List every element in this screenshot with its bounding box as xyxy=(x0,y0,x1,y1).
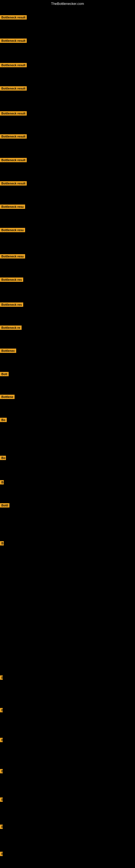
bottleneck-badge: Bottleneck result xyxy=(0,38,27,43)
bottleneck-badge: B xyxy=(0,852,3,856)
bottleneck-badge: B xyxy=(0,708,3,712)
bottleneck-badge: Bottleneck result xyxy=(0,158,27,162)
bottleneck-badge: B xyxy=(0,825,3,829)
bottleneck-badge: Bottleneck result xyxy=(0,63,27,67)
bottleneck-badge: Bottlenec xyxy=(0,348,16,353)
bottleneck-badge: B xyxy=(0,738,3,742)
bottleneck-badge: B xyxy=(0,541,4,546)
bottleneck-badge: Bottleneck result xyxy=(0,181,27,186)
bottleneck-badge: Bottleneck result xyxy=(0,111,27,116)
bottleneck-badge: Bottleneck re xyxy=(0,326,21,330)
bottleneck-badge: Bottleneck res xyxy=(0,278,23,282)
bottleneck-badge: Bottleneck result xyxy=(0,134,27,138)
bottleneck-badge: Bo xyxy=(0,418,7,422)
bottleneck-badge: B xyxy=(0,769,3,773)
bottleneck-badge: B xyxy=(0,675,3,680)
bottleneck-badge: Bottleneck result xyxy=(0,15,27,20)
bottleneck-badge: Bottl xyxy=(0,503,9,507)
bottleneck-badge: Bottleneck result xyxy=(0,86,27,91)
bottleneck-badge: B xyxy=(0,798,3,802)
bottleneck-badge: Bottleneck resu xyxy=(0,254,25,258)
bottleneck-badge: Bottlene xyxy=(0,395,14,399)
site-title: TheBottlenecker.com xyxy=(0,1,135,7)
bottleneck-badge: Bott xyxy=(0,372,9,376)
bottleneck-badge: Bottleneck resu xyxy=(0,228,25,232)
bottleneck-badge: Bo xyxy=(0,456,6,460)
bottleneck-badge: Bottleneck resu xyxy=(0,205,25,209)
bottleneck-badge: B xyxy=(0,480,4,485)
bottleneck-badge: Bottleneck res xyxy=(0,303,23,307)
